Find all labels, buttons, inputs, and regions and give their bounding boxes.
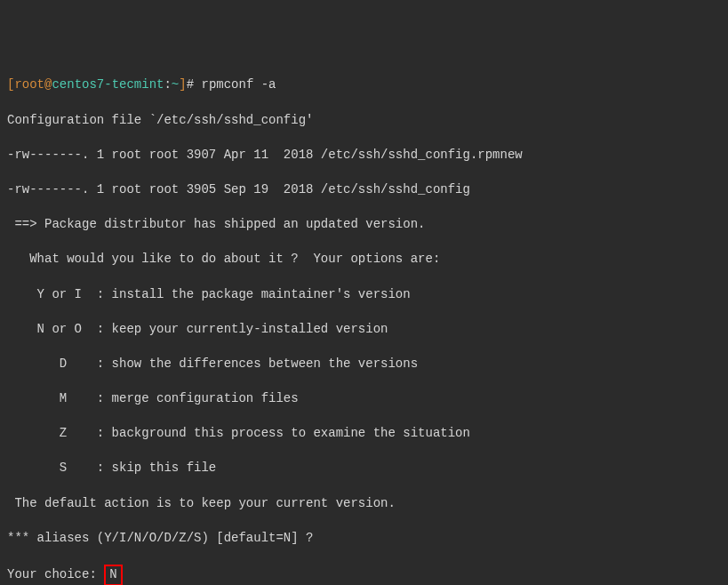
user: root bbox=[14, 77, 44, 92]
output-line: S : skip this file bbox=[7, 460, 721, 477]
output-line: D : show the differences between the ver… bbox=[7, 356, 721, 373]
output-line: -rw-------. 1 root root 3907 Apr 11 2018… bbox=[7, 147, 721, 164]
output-line: Y or I : install the package maintainer'… bbox=[7, 286, 721, 304]
host: centos7-tecmint bbox=[52, 77, 164, 92]
output-line: ==> Package distributor has shipped an u… bbox=[7, 216, 721, 234]
colon: : bbox=[164, 77, 171, 92]
output-line: N or O : keep your currently-installed v… bbox=[7, 321, 721, 339]
choice-input-n: N bbox=[104, 565, 122, 585]
output-line: The default action is to keep your curre… bbox=[7, 495, 721, 513]
output-line: M : merge configuration files bbox=[7, 390, 721, 408]
output-line: *** aliases (Y/I/N/O/D/Z/S) [default=N] … bbox=[7, 530, 721, 548]
output-line: -rw-------. 1 root root 3905 Sep 19 2018… bbox=[7, 181, 721, 199]
output-line: Configuration file `/etc/ssh/sshd_config… bbox=[7, 112, 721, 130]
output-line: Z : background this process to examine t… bbox=[7, 425, 721, 443]
prompt-line-1[interactable]: [root@centos7-tecmint:~]# rpmconf -a bbox=[7, 76, 721, 94]
output-line: What would you like to do about it ? You… bbox=[7, 251, 721, 268]
choice-line-1[interactable]: Your choice: N bbox=[7, 565, 721, 585]
choice-prefix: Your choice: bbox=[7, 567, 104, 581]
command: rpmconf -a bbox=[201, 77, 276, 92]
hash: # bbox=[187, 77, 202, 92]
bracket-close: ] bbox=[179, 77, 186, 92]
path: ~ bbox=[172, 77, 179, 92]
